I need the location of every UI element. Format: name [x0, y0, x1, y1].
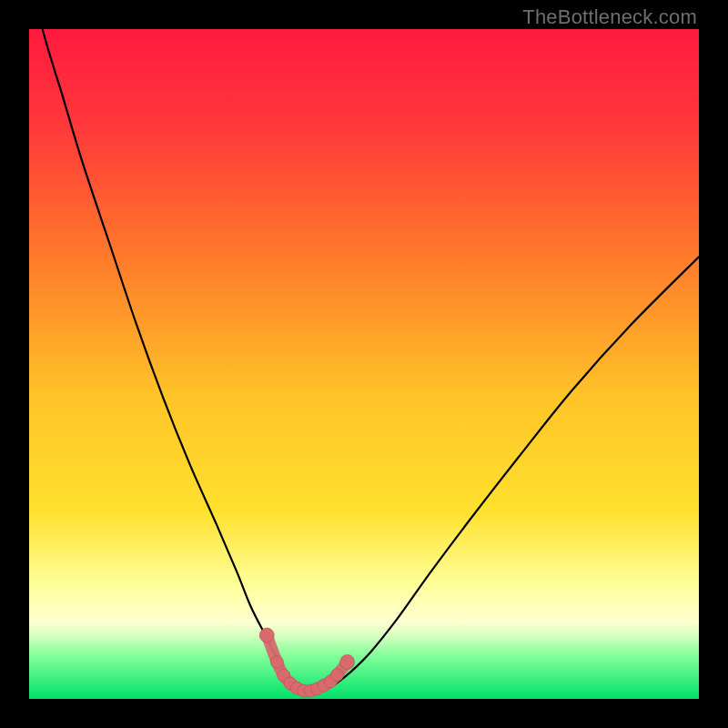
watermark-text: TheBottleneck.com: [522, 5, 697, 29]
marker-dot: [331, 669, 344, 682]
marker-dot: [340, 655, 355, 670]
svg-rect-0: [29, 29, 699, 699]
marker-dot: [259, 628, 274, 642]
bottleneck-chart: [29, 29, 699, 699]
chart-frame: TheBottleneck.com: [0, 0, 728, 728]
plot-area: [29, 29, 699, 699]
marker-dot: [270, 656, 283, 669]
